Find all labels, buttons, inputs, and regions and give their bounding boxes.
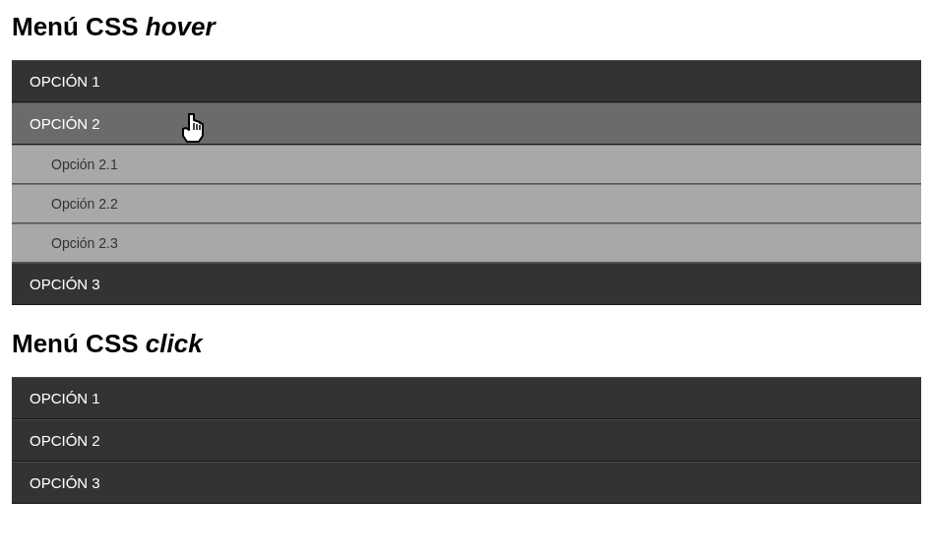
heading-click-italic: click [146,329,203,358]
hover-menu-item-2[interactable]: OPCIÓN 2 [12,102,921,145]
menu-item-label: OPCIÓN 2 [30,115,100,132]
heading-click: Menú CSS click [12,329,921,359]
hover-menu-item-3[interactable]: OPCIÓN 3 [12,263,921,305]
menu-item-label: OPCIÓN 3 [30,276,100,292]
submenu-item-label: Opción 2.3 [51,235,118,251]
heading-click-prefix: Menú CSS [12,329,146,358]
submenu-item-label: Opción 2.2 [51,196,118,212]
menu-item-label: OPCIÓN 3 [30,474,100,491]
menu-item-label: OPCIÓN 1 [30,390,100,406]
hover-menu-item-1[interactable]: OPCIÓN 1 [12,60,921,102]
hover-menu: OPCIÓN 1 OPCIÓN 2 Opción 2.1 Opción 2.2 … [12,60,921,305]
hover-submenu-item-3[interactable]: Opción 2.3 [12,223,921,263]
heading-hover: Menú CSS hover [12,12,921,42]
hover-submenu-item-1[interactable]: Opción 2.1 [12,145,921,184]
click-menu-item-1[interactable]: OPCIÓN 1 [12,377,921,419]
click-menu-item-3[interactable]: OPCIÓN 3 [12,462,921,504]
hover-submenu-item-2[interactable]: Opción 2.2 [12,184,921,223]
hover-menu-item-2-wrap: OPCIÓN 2 [12,102,921,145]
heading-hover-prefix: Menú CSS [12,12,146,41]
click-menu-item-2[interactable]: OPCIÓN 2 [12,419,921,462]
heading-hover-italic: hover [146,12,216,41]
submenu-item-label: Opción 2.1 [51,156,118,172]
hover-submenu: Opción 2.1 Opción 2.2 Opción 2.3 [12,145,921,263]
menu-item-label: OPCIÓN 2 [30,432,100,449]
menu-item-label: OPCIÓN 1 [30,73,100,90]
click-menu: OPCIÓN 1 OPCIÓN 2 OPCIÓN 3 [12,377,921,504]
